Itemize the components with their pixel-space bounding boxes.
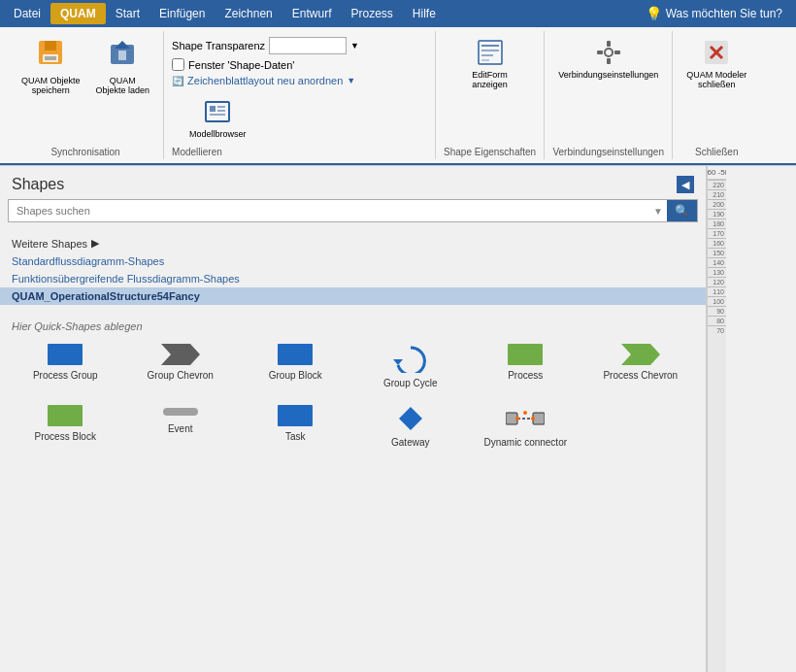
menu-start[interactable]: Start [106,3,149,24]
collapse-button[interactable]: ◀ [677,176,694,193]
editform-button[interactable]: EditForm anzeigen [466,33,514,93]
model-browser-icon [202,96,233,129]
save-button[interactable]: QUAM Objekte speichern [16,33,86,99]
shapes-nav: Weitere Shapes ▶ Standardflussdiagramm-S… [0,230,706,309]
gateway-label: Gateway [391,436,429,449]
shape-process-chevron[interactable]: Process Chevron [587,344,695,389]
search-input[interactable] [9,201,649,220]
ruler-tick-80: 80 [708,316,726,325]
ruler-tick-70: 70 [708,325,726,335]
quam-structure-item[interactable]: QUAM_OperationalStructure54Fancy [0,287,706,305]
svg-rect-14 [481,50,499,51]
ruler-ticks: 220 210 200 190 180 170 160 150 140 130 … [708,180,726,672]
sync-group-label: Synchronisation [50,143,119,157]
layout-link[interactable]: Zeichenblattlayout neu anordnen [187,75,343,86]
editform-label: EditForm anzeigen [472,70,508,89]
main-area: Shapes ◀ ▼ 🔍 Weitere Shapes ▶ Standardfl… [0,166,796,672]
connection-settings-button[interactable]: Verbindungseinstellungen [552,33,664,84]
menu-entwurf[interactable]: Entwurf [282,3,342,24]
dropdown-search-icon: ▼ [649,206,667,217]
shape-task[interactable]: Task [242,405,349,449]
process-icon [508,344,543,365]
standard-flowchart-item[interactable]: Standardflussdiagramm-Shapes [12,252,694,270]
ruler-top-bar: -60 -50 [708,166,726,180]
shape-process-block[interactable]: Process Block [12,405,119,449]
ruler-tick-160: 160 [708,238,726,248]
help-search-text[interactable]: Was möchten Sie tun? [666,7,782,20]
editform-icon [475,37,506,70]
svg-marker-27 [161,344,200,365]
ruler-tick-200: 200 [708,199,726,209]
layout-dropdown-icon: ▼ [347,76,355,85]
ribbon: QUAM Objekte speichern QUAM Objekte lade… [0,27,796,166]
ruler-right: -60 -50 220 210 200 190 180 170 160 150 … [707,166,726,672]
svg-rect-20 [607,58,611,64]
shape-data-checkbox[interactable] [172,58,184,71]
process-chevron-icon [621,344,660,365]
process-label: Process [508,369,543,382]
shape-props-group-label: Shape Eigenschaften [444,143,536,157]
ruler-tick-100: 100 [708,296,726,306]
ruler-tick-180: 180 [708,218,726,228]
menu-hilfe[interactable]: Hilfe [403,3,446,24]
more-shapes-item[interactable]: Weitere Shapes ▶ [12,234,694,252]
model-browser-label: Modellbrowser [189,129,247,139]
modellieren-group-label: Modellieren [172,143,222,157]
shape-group-cycle[interactable]: Group Cycle [357,344,465,389]
group-chevron-label: Group Chevron [148,369,214,382]
ribbon-group-shape-props: EditForm anzeigen Shape Eigenschaften [436,31,545,159]
svg-rect-13 [481,45,499,47]
process-group-icon [48,344,83,365]
transparency-input[interactable] [269,37,347,54]
svg-rect-8 [210,106,216,112]
shape-process-group[interactable]: Process Group [12,344,119,389]
svg-rect-3 [45,56,56,60]
close-icon [701,37,732,70]
shapes-panel: Shapes ◀ ▼ 🔍 Weitere Shapes ▶ Standardfl… [0,166,707,672]
svg-rect-10 [217,106,225,108]
svg-rect-32 [48,405,83,426]
load-label: QUAM Objekte laden [96,76,150,95]
task-icon [278,405,313,426]
ribbon-group-close: QUAM Modeler schließen Schließen [673,31,760,159]
menu-quam[interactable]: QUAM [50,3,106,24]
dropdown-arrow-icon: ▼ [350,41,359,50]
process-chevron-label: Process Chevron [603,369,678,382]
ruler-tick-150: 150 [708,248,726,257]
shape-event[interactable]: Event [127,405,235,449]
model-browser-button[interactable]: Modellbrowser [183,92,252,143]
event-label: Event [168,422,193,435]
ruler-neg60: -60 [707,168,716,177]
group-cycle-label: Group Cycle [383,377,438,389]
gateway-icon [397,405,424,432]
save-icon [35,37,66,74]
search-button[interactable]: 🔍 [667,200,697,221]
save-label: QUAM Objekte speichern [21,76,81,95]
svg-marker-31 [621,344,660,365]
settings-icon [593,37,624,70]
menu-zeichnen[interactable]: Zeichnen [215,3,282,24]
svg-rect-16 [481,59,489,61]
shape-process[interactable]: Process [472,344,580,389]
shape-group-block[interactable]: Group Block [242,344,349,389]
ruler-neg50: -50 [718,168,727,177]
close-modeler-button[interactable]: QUAM Modeler schließen [680,33,752,93]
ribbon-group-synchronisation: QUAM Objekte speichern QUAM Objekte lade… [8,31,164,159]
close-group-label: Schließen [695,143,738,157]
load-icon [107,37,138,74]
shape-gateway[interactable]: Gateway [357,405,465,449]
shapes-grid: Process Group Group Chevron [12,344,694,449]
help-search: 💡 Was möchten Sie tun? [636,2,792,25]
menu-einfuegen[interactable]: Einfügen [149,3,215,24]
svg-rect-19 [607,41,611,47]
close-label: QUAM Modeler schließen [686,70,746,89]
cross-functional-item[interactable]: Funktionsübergreifende Flussdiagramm-Sha… [12,270,694,287]
menu-prozess[interactable]: Prozess [341,3,402,24]
load-button[interactable]: QUAM Objekte laden [90,33,156,99]
svg-rect-34 [278,405,313,426]
shape-group-chevron[interactable]: Group Chevron [127,344,235,389]
menu-datei[interactable]: Datei [4,3,50,24]
layout-link-icon: 🔄 [172,76,183,86]
group-block-label: Group Block [269,369,322,382]
shape-dynamic-connector[interactable]: Dynamic connector [472,405,580,449]
